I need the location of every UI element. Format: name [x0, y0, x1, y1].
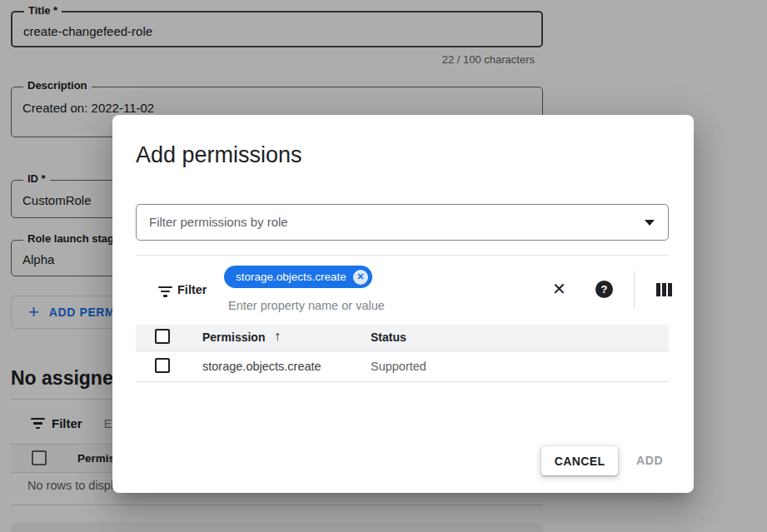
column-display-icon[interactable] [656, 283, 672, 296]
role-filter-select[interactable]: Filter permissions by role [136, 204, 669, 241]
status-column-header[interactable]: Status [371, 331, 406, 344]
create-role-page: Title * create-changefeed-role 22 / 100 … [0, 0, 767, 532]
filter-chip-label: storage.objects.create [236, 271, 346, 283]
clear-filter-icon[interactable]: ✕ [552, 279, 566, 299]
status-cell: Supported [371, 360, 426, 373]
filter-icon [158, 286, 172, 297]
select-all-checkbox[interactable] [155, 329, 170, 344]
permissions-filter-bar[interactable]: Filter storage.objects.create ✕ Enter pr… [136, 255, 669, 325]
table-row[interactable]: storage.objects.create Supported [136, 351, 669, 382]
permission-column-header[interactable]: Permission [202, 331, 265, 344]
permissions-table-header: Permission ↑ Status [136, 325, 669, 351]
filter-label: Filter [177, 283, 207, 296]
chevron-down-icon [645, 220, 655, 226]
dialog-title: Add permissions [136, 142, 302, 168]
filter-input-placeholder[interactable]: Enter property name or value [228, 299, 385, 312]
chip-remove-icon[interactable]: ✕ [353, 270, 368, 285]
divider [634, 271, 635, 308]
add-permissions-dialog: Add permissions Filter permissions by ro… [112, 115, 694, 493]
filter-chip[interactable]: storage.objects.create ✕ [224, 266, 372, 288]
help-icon[interactable]: ? [595, 281, 613, 298]
sort-ascending-icon[interactable]: ↑ [274, 329, 281, 344]
add-button[interactable]: ADD [636, 446, 663, 475]
permission-cell: storage.objects.create [202, 360, 321, 373]
role-filter-select-value: Filter permissions by role [149, 205, 288, 240]
row-checkbox[interactable] [155, 358, 170, 373]
cancel-button[interactable]: CANCEL [541, 446, 618, 475]
